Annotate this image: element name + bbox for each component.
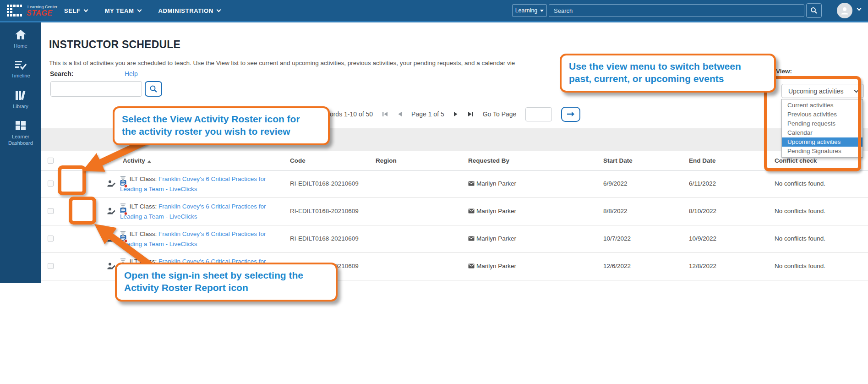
- end-date-cell: 6/11/2022: [689, 180, 716, 187]
- annotation-callout-roster: Select the View Activity Roster icon for…: [113, 106, 330, 145]
- global-search-button[interactable]: [806, 3, 822, 18]
- app-logo[interactable]: Learning Center STAGE: [6, 3, 66, 19]
- view-selected-value: Upcoming activities: [788, 88, 844, 95]
- select-all-checkbox[interactable]: [48, 158, 54, 164]
- search-label: Search:: [50, 70, 73, 77]
- requested-by-cell: Marilyn Parker: [468, 235, 516, 242]
- sort-ascending-icon: [147, 160, 151, 163]
- previous-page-button[interactable]: [398, 111, 402, 117]
- view-activity-roster-icon[interactable]: [107, 262, 116, 273]
- sidebar-item-timeline[interactable]: Timeline: [0, 60, 41, 79]
- logo-learning-center-text: Learning Center: [27, 5, 57, 9]
- first-page-icon: [382, 111, 388, 117]
- nav-administration[interactable]: ADMINISTRATION: [158, 7, 220, 14]
- end-date-cell: 10/9/2022: [689, 235, 716, 242]
- column-header-end-date[interactable]: End Date: [689, 157, 716, 164]
- user-avatar[interactable]: [837, 3, 852, 18]
- activity-cell: ILT Class: Franklin Covey's 6 Critical P…: [120, 175, 287, 194]
- column-header-requested-by[interactable]: Requested By: [468, 157, 509, 164]
- row-checkbox[interactable]: [48, 208, 54, 214]
- goto-page-input[interactable]: [525, 107, 552, 121]
- chevron-down-icon: [216, 8, 221, 12]
- conflict-check-cell: No conflicts found.: [775, 263, 825, 269]
- next-page-button[interactable]: [453, 111, 458, 117]
- pagination-bar: Records 1-10 of 50 Page 1 of 5 Go To Pag…: [318, 106, 580, 122]
- timeline-icon: [14, 60, 27, 71]
- next-page-icon: [453, 111, 458, 117]
- view-option-pending-signatures[interactable]: Pending Signatures: [782, 147, 863, 156]
- page-title: INSTRUCTOR SCHEDULE: [49, 38, 180, 51]
- last-page-icon: [467, 111, 474, 117]
- envelope-icon: [468, 263, 475, 269]
- search-scope-dropdown[interactable]: Learning: [512, 4, 547, 17]
- annotation-callout-view-menu: Use the view menu to switch between past…: [560, 54, 776, 93]
- chevron-down-icon: [137, 8, 142, 12]
- sidebar-item-learner-dashboard[interactable]: Learner Dashboard: [0, 120, 41, 147]
- primary-nav: SELF MY TEAM ADMINISTRATION: [64, 0, 220, 21]
- column-header-conflict-check: Conflict check: [775, 157, 817, 164]
- avatar-chevron-icon[interactable]: [857, 6, 862, 11]
- view-option-previous-activities[interactable]: Previous activities: [782, 110, 863, 119]
- logo-stage-text: STAGE: [27, 9, 52, 17]
- goto-page-button[interactable]: [561, 107, 580, 122]
- start-date-cell: 10/7/2022: [603, 235, 631, 242]
- sidebar-item-library[interactable]: Library: [0, 89, 41, 110]
- code-cell: RI-EDILT0168-20210609: [290, 235, 359, 242]
- view-option-upcoming-activities[interactable]: Upcoming activities: [782, 137, 863, 147]
- conflict-check-cell: No conflicts found.: [775, 208, 825, 214]
- start-date-cell: 12/6/2022: [603, 263, 631, 269]
- page-description: This is a list of activities you are sch…: [49, 60, 515, 66]
- envelope-icon: [468, 236, 475, 241]
- magnifier-icon: [149, 85, 158, 93]
- start-date-cell: 8/8/2022: [603, 208, 628, 214]
- column-header-code[interactable]: Code: [290, 157, 306, 164]
- first-page-button[interactable]: [382, 111, 388, 117]
- table-header-row: Activity Code Region Requested By Start …: [41, 151, 868, 170]
- view-label: View:: [776, 68, 792, 75]
- requested-by-cell: Marilyn Parker: [468, 263, 516, 269]
- chevron-down-icon: [83, 8, 88, 12]
- chevron-down-icon: [540, 10, 544, 12]
- view-select[interactable]: Upcoming activities: [781, 84, 864, 98]
- column-header-start-date[interactable]: Start Date: [603, 157, 633, 164]
- view-option-calendar[interactable]: Calendar: [782, 128, 863, 137]
- envelope-icon: [468, 208, 475, 214]
- page-indicator: Page 1 of 5: [411, 110, 444, 118]
- view-activity-roster-icon[interactable]: [107, 207, 116, 218]
- conflict-check-cell: No conflicts found.: [775, 235, 825, 242]
- nav-my-team[interactable]: MY TEAM: [105, 7, 141, 14]
- global-search-input[interactable]: [549, 4, 804, 17]
- view-activity-roster-icon[interactable]: [107, 234, 116, 245]
- row-checkbox[interactable]: [48, 181, 54, 187]
- chevron-down-icon: [854, 88, 859, 93]
- view-option-pending-requests[interactable]: Pending requests: [782, 119, 863, 128]
- column-header-activity[interactable]: Activity: [123, 157, 151, 164]
- requested-by-cell: Marilyn Parker: [468, 208, 516, 214]
- arrow-right-icon: [567, 111, 575, 117]
- start-date-cell: 6/9/2022: [603, 180, 628, 187]
- schedule-search-input[interactable]: [50, 81, 142, 97]
- goto-page-label: Go To Page: [483, 110, 517, 118]
- envelope-icon: [468, 181, 475, 186]
- row-checkbox[interactable]: [48, 236, 54, 241]
- last-page-button[interactable]: [467, 111, 474, 117]
- nav-self[interactable]: SELF: [64, 7, 87, 14]
- end-date-cell: 8/10/2022: [689, 208, 716, 214]
- previous-page-icon: [398, 111, 402, 117]
- row-checkbox[interactable]: [48, 263, 54, 269]
- activity-cell: ILT Class: Franklin Covey's 6 Critical P…: [120, 230, 287, 249]
- end-date-cell: 12/8/2022: [689, 263, 716, 269]
- sidebar-item-home[interactable]: Home: [0, 29, 41, 49]
- view-activity-roster-icon[interactable]: [107, 179, 116, 190]
- ilt-class-icon: [120, 176, 128, 183]
- column-header-region[interactable]: Region: [376, 157, 397, 164]
- conflict-check-cell: No conflicts found.: [775, 180, 825, 187]
- table-row: ILT Class: Franklin Covey's 6 Critical P…: [41, 170, 868, 198]
- annotation-callout-report: Open the sign-in sheet by selecting the …: [115, 263, 338, 302]
- table-row: ILT Class: Franklin Covey's 6 Critical P…: [41, 198, 868, 225]
- activity-cell: ILT Class: Franklin Covey's 6 Critical P…: [120, 202, 287, 222]
- view-option-current-activities[interactable]: Current activities: [782, 101, 863, 110]
- schedule-search-button[interactable]: [145, 81, 162, 97]
- top-navigation-bar: Learning Center STAGE SELF MY TEAM ADMIN…: [0, 0, 868, 22]
- help-link[interactable]: Help: [125, 70, 138, 77]
